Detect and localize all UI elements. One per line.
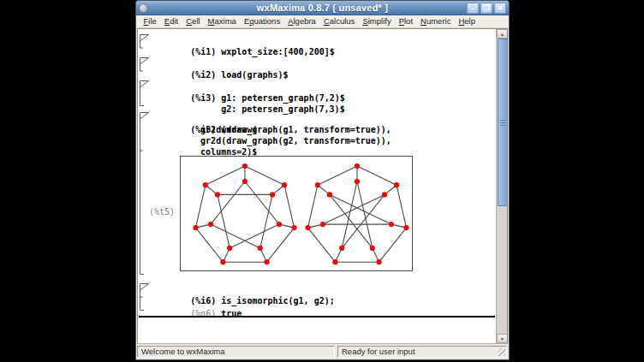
vertical-scrollbar[interactable]: ▲ ▼: [496, 29, 507, 343]
menu-algebra[interactable]: Algebra: [284, 15, 320, 27]
output-cell-o6: (%o6)true: [149, 297, 242, 330]
input-code[interactable]: load(graphs)$: [221, 70, 288, 80]
input-label: (%i2): [190, 70, 216, 80]
input-code[interactable]: gr2d(draw_graph(g1, transform=true)),: [180, 124, 391, 135]
minimize-button[interactable]: –: [467, 3, 479, 14]
wxmaxima-window: wxMaxima 0.8.7 [ unsaved* ] – ❒ ✕ FileEd…: [135, 0, 510, 360]
menu-plot[interactable]: Plot: [395, 15, 416, 27]
menu-equations[interactable]: Equations: [240, 15, 283, 27]
scrollbar-grip: [500, 120, 505, 126]
menu-cell[interactable]: Cell: [182, 15, 204, 27]
insertion-caret-line[interactable]: [139, 316, 495, 317]
menu-file[interactable]: File: [140, 15, 160, 27]
menu-bar: FileEditCellMaximaEquationsAlgebraCalcul…: [136, 15, 509, 28]
scroll-up-icon[interactable]: ▲: [497, 29, 508, 39]
petersen-graphs-plot: [180, 156, 413, 271]
resize-grip[interactable]: [498, 348, 505, 356]
graph-plot-canvas: [181, 157, 412, 270]
window-title: wxMaxima 0.8.7 [ unsaved* ]: [136, 1, 509, 15]
output-label-t5: (%t5): [149, 206, 175, 217]
status-ready: Ready for user input: [337, 346, 507, 358]
document-area[interactable]: (%i1)wxplot_size:[400,200]$ (%i2)load(gr…: [137, 28, 508, 344]
close-button[interactable]: ✕: [494, 3, 506, 14]
menu-help[interactable]: Help: [455, 15, 480, 27]
title-bar[interactable]: wxMaxima 0.8.7 [ unsaved* ] – ❒ ✕: [136, 1, 509, 15]
input-code[interactable]: gr2d(draw_graph(g2, transform=true)),: [180, 135, 391, 146]
input-code[interactable]: wxplot_size:[400,200]$: [221, 47, 334, 56]
menu-edit[interactable]: Edit: [160, 15, 182, 27]
menu-calculus[interactable]: Calculus: [319, 15, 358, 27]
scrollbar-thumb[interactable]: [498, 39, 508, 206]
status-welcome: Welcome to wxMaxima: [137, 346, 335, 358]
maximize-button[interactable]: ❒: [480, 3, 492, 14]
menu-simplify[interactable]: Simplify: [359, 15, 395, 27]
status-bar: Welcome to wxMaxima Ready for user input: [136, 344, 509, 359]
scroll-down-icon[interactable]: ▼: [497, 334, 508, 343]
menu-numeric[interactable]: Numeric: [417, 15, 455, 27]
input-label: (%i1): [190, 47, 216, 56]
menu-maxima[interactable]: Maxima: [204, 15, 240, 27]
